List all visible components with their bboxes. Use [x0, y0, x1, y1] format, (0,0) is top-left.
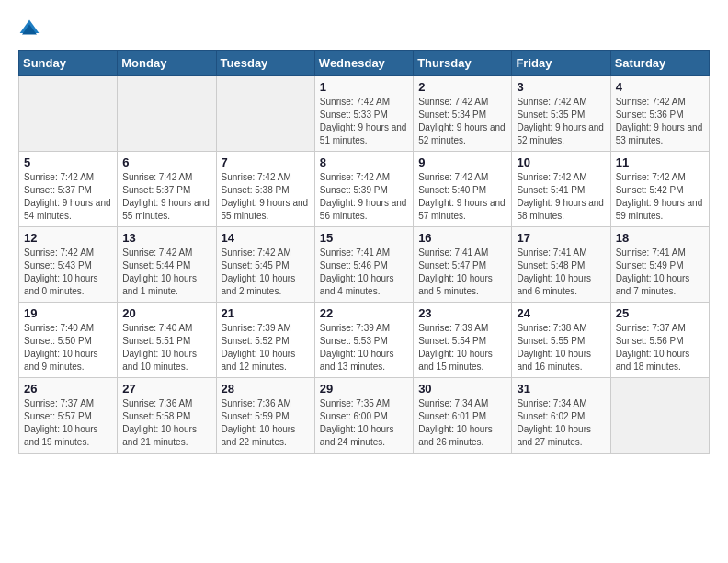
calendar-cell: 9Sunrise: 7:42 AM Sunset: 5:40 PM Daylig…	[414, 152, 512, 227]
calendar-cell: 23Sunrise: 7:39 AM Sunset: 5:54 PM Dayli…	[414, 303, 512, 378]
day-info: Sunrise: 7:42 AM Sunset: 5:34 PM Dayligh…	[418, 96, 506, 147]
calendar-cell	[216, 76, 314, 152]
day-number: 11	[616, 155, 704, 169]
calendar-body: 1Sunrise: 7:42 AM Sunset: 5:33 PM Daylig…	[19, 76, 710, 454]
day-number: 26	[24, 382, 112, 396]
day-number: 22	[320, 306, 408, 320]
day-info: Sunrise: 7:42 AM Sunset: 5:40 PM Dayligh…	[418, 171, 506, 223]
day-number: 31	[517, 382, 605, 396]
calendar-cell: 6Sunrise: 7:42 AM Sunset: 5:37 PM Daylig…	[118, 152, 216, 227]
weekday-header-friday: Friday	[512, 51, 610, 76]
day-number: 24	[517, 306, 605, 320]
day-info: Sunrise: 7:40 AM Sunset: 5:50 PM Dayligh…	[24, 322, 112, 373]
day-number: 15	[320, 231, 408, 245]
calendar-cell	[118, 76, 216, 152]
logo-icon	[18, 18, 40, 40]
calendar-cell: 1Sunrise: 7:42 AM Sunset: 5:33 PM Daylig…	[314, 76, 413, 152]
weekday-header-sunday: Sunday	[19, 51, 118, 76]
weekday-header-thursday: Thursday	[414, 51, 512, 76]
day-number: 7	[222, 155, 310, 169]
calendar-cell: 4Sunrise: 7:42 AM Sunset: 5:36 PM Daylig…	[610, 76, 709, 152]
day-info: Sunrise: 7:39 AM Sunset: 5:52 PM Dayligh…	[222, 322, 310, 373]
day-number: 17	[517, 231, 605, 245]
calendar-cell: 22Sunrise: 7:39 AM Sunset: 5:53 PM Dayli…	[314, 303, 413, 378]
day-number: 2	[418, 80, 506, 94]
calendar-header: SundayMondayTuesdayWednesdayThursdayFrid…	[19, 51, 710, 76]
day-info: Sunrise: 7:42 AM Sunset: 5:42 PM Dayligh…	[616, 171, 704, 223]
calendar-cell: 20Sunrise: 7:40 AM Sunset: 5:51 PM Dayli…	[118, 303, 216, 378]
day-info: Sunrise: 7:42 AM Sunset: 5:36 PM Dayligh…	[616, 96, 704, 147]
day-info: Sunrise: 7:42 AM Sunset: 5:44 PM Dayligh…	[122, 247, 210, 298]
day-info: Sunrise: 7:35 AM Sunset: 6:00 PM Dayligh…	[320, 397, 408, 449]
calendar-cell: 25Sunrise: 7:37 AM Sunset: 5:56 PM Dayli…	[610, 303, 709, 378]
day-info: Sunrise: 7:37 AM Sunset: 5:56 PM Dayligh…	[616, 322, 704, 373]
calendar-week-row: 5Sunrise: 7:42 AM Sunset: 5:37 PM Daylig…	[19, 152, 710, 227]
day-info: Sunrise: 7:42 AM Sunset: 5:41 PM Dayligh…	[517, 171, 605, 223]
day-info: Sunrise: 7:42 AM Sunset: 5:37 PM Dayligh…	[24, 171, 112, 223]
day-info: Sunrise: 7:38 AM Sunset: 5:55 PM Dayligh…	[517, 322, 605, 373]
calendar-week-row: 12Sunrise: 7:42 AM Sunset: 5:43 PM Dayli…	[19, 227, 710, 303]
calendar-cell: 15Sunrise: 7:41 AM Sunset: 5:46 PM Dayli…	[314, 227, 413, 303]
day-info: Sunrise: 7:37 AM Sunset: 5:57 PM Dayligh…	[24, 397, 112, 449]
calendar-week-row: 19Sunrise: 7:40 AM Sunset: 5:50 PM Dayli…	[19, 303, 710, 378]
day-info: Sunrise: 7:36 AM Sunset: 5:59 PM Dayligh…	[222, 397, 310, 449]
calendar-cell: 26Sunrise: 7:37 AM Sunset: 5:57 PM Dayli…	[19, 378, 118, 454]
day-number: 18	[616, 231, 704, 245]
day-number: 1	[320, 80, 408, 94]
page-header	[18, 18, 710, 40]
day-number: 12	[24, 231, 112, 245]
day-info: Sunrise: 7:40 AM Sunset: 5:51 PM Dayligh…	[122, 322, 210, 373]
weekday-header-wednesday: Wednesday	[314, 51, 413, 76]
calendar-cell: 8Sunrise: 7:42 AM Sunset: 5:39 PM Daylig…	[314, 152, 413, 227]
calendar-cell: 14Sunrise: 7:42 AM Sunset: 5:45 PM Dayli…	[216, 227, 314, 303]
day-info: Sunrise: 7:42 AM Sunset: 5:43 PM Dayligh…	[24, 247, 112, 298]
calendar-cell: 2Sunrise: 7:42 AM Sunset: 5:34 PM Daylig…	[414, 76, 512, 152]
day-info: Sunrise: 7:39 AM Sunset: 5:54 PM Dayligh…	[418, 322, 506, 373]
calendar-cell: 5Sunrise: 7:42 AM Sunset: 5:37 PM Daylig…	[19, 152, 118, 227]
day-number: 8	[320, 155, 408, 169]
calendar-week-row: 26Sunrise: 7:37 AM Sunset: 5:57 PM Dayli…	[19, 378, 710, 454]
day-number: 30	[418, 382, 506, 396]
day-number: 20	[122, 306, 210, 320]
day-number: 9	[418, 155, 506, 169]
day-number: 14	[222, 231, 310, 245]
day-number: 3	[517, 80, 605, 94]
day-info: Sunrise: 7:41 AM Sunset: 5:46 PM Dayligh…	[320, 247, 408, 298]
calendar-week-row: 1Sunrise: 7:42 AM Sunset: 5:33 PM Daylig…	[19, 76, 710, 152]
calendar-cell: 10Sunrise: 7:42 AM Sunset: 5:41 PM Dayli…	[512, 152, 610, 227]
calendar-cell	[19, 76, 118, 152]
logo	[18, 18, 44, 40]
calendar-cell: 29Sunrise: 7:35 AM Sunset: 6:00 PM Dayli…	[314, 378, 413, 454]
day-info: Sunrise: 7:34 AM Sunset: 6:01 PM Dayligh…	[418, 397, 506, 449]
day-info: Sunrise: 7:34 AM Sunset: 6:02 PM Dayligh…	[517, 397, 605, 449]
day-number: 23	[418, 306, 506, 320]
day-info: Sunrise: 7:42 AM Sunset: 5:37 PM Dayligh…	[122, 171, 210, 223]
calendar-cell: 13Sunrise: 7:42 AM Sunset: 5:44 PM Dayli…	[118, 227, 216, 303]
day-number: 6	[122, 155, 210, 169]
day-info: Sunrise: 7:41 AM Sunset: 5:47 PM Dayligh…	[418, 247, 506, 298]
weekday-header-row: SundayMondayTuesdayWednesdayThursdayFrid…	[19, 51, 710, 76]
calendar-cell: 27Sunrise: 7:36 AM Sunset: 5:58 PM Dayli…	[118, 378, 216, 454]
calendar-cell: 11Sunrise: 7:42 AM Sunset: 5:42 PM Dayli…	[610, 152, 709, 227]
day-number: 13	[122, 231, 210, 245]
day-number: 16	[418, 231, 506, 245]
calendar-cell: 21Sunrise: 7:39 AM Sunset: 5:52 PM Dayli…	[216, 303, 314, 378]
day-info: Sunrise: 7:41 AM Sunset: 5:49 PM Dayligh…	[616, 247, 704, 298]
day-info: Sunrise: 7:42 AM Sunset: 5:33 PM Dayligh…	[320, 96, 408, 147]
day-info: Sunrise: 7:39 AM Sunset: 5:53 PM Dayligh…	[320, 322, 408, 373]
weekday-header-saturday: Saturday	[610, 51, 709, 76]
day-number: 28	[222, 382, 310, 396]
calendar-cell: 19Sunrise: 7:40 AM Sunset: 5:50 PM Dayli…	[19, 303, 118, 378]
weekday-header-monday: Monday	[118, 51, 216, 76]
day-number: 4	[616, 80, 704, 94]
day-info: Sunrise: 7:42 AM Sunset: 5:38 PM Dayligh…	[222, 171, 310, 223]
day-info: Sunrise: 7:36 AM Sunset: 5:58 PM Dayligh…	[122, 397, 210, 449]
calendar-cell: 30Sunrise: 7:34 AM Sunset: 6:01 PM Dayli…	[414, 378, 512, 454]
calendar-table: SundayMondayTuesdayWednesdayThursdayFrid…	[18, 50, 710, 454]
day-number: 5	[24, 155, 112, 169]
day-info: Sunrise: 7:42 AM Sunset: 5:39 PM Dayligh…	[320, 171, 408, 223]
day-number: 25	[616, 306, 704, 320]
calendar-cell: 18Sunrise: 7:41 AM Sunset: 5:49 PM Dayli…	[610, 227, 709, 303]
day-number: 21	[222, 306, 310, 320]
calendar-cell: 12Sunrise: 7:42 AM Sunset: 5:43 PM Dayli…	[19, 227, 118, 303]
